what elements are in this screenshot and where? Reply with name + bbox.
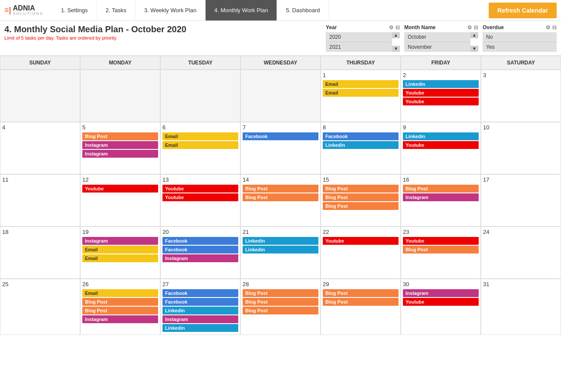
task-pill[interactable]: Facebook bbox=[243, 132, 318, 140]
month-filter-icon[interactable]: ⊟ bbox=[474, 24, 478, 30]
month-filter-item[interactable]: November bbox=[404, 42, 470, 52]
task-pill[interactable]: Blog Post bbox=[403, 246, 479, 253]
task-pill[interactable]: Blog Post bbox=[403, 185, 479, 193]
month-sort-icon[interactable]: ⚙ bbox=[467, 24, 472, 30]
nav-tab[interactable]: 3. Weekly Work Plan bbox=[135, 0, 206, 20]
calendar-cell: 27FacebookFacebookLinkedinInstagramLinke… bbox=[160, 279, 240, 335]
calendar-cell: 30InstagramYoutube bbox=[401, 279, 481, 335]
task-pill[interactable]: Linkedin bbox=[243, 246, 318, 253]
task-pill[interactable]: Linkedin bbox=[403, 80, 479, 88]
task-pill[interactable]: Youtube bbox=[403, 141, 479, 149]
task-pill[interactable]: Youtube bbox=[162, 193, 238, 201]
task-pill[interactable]: Instagram bbox=[82, 237, 158, 245]
overdue-filter-icon[interactable]: ⊟ bbox=[552, 24, 557, 30]
calendar-date: 20 bbox=[162, 229, 238, 235]
calendar-cell: 14Blog PostBlog Post bbox=[240, 174, 321, 226]
calendar-header-cell: SATURDAY bbox=[481, 56, 561, 70]
year-scroll-up[interactable]: ▲ bbox=[392, 32, 400, 38]
overdue-sort-icon[interactable]: ⚙ bbox=[546, 24, 551, 30]
month-filter-item[interactable]: October bbox=[404, 32, 470, 42]
calendar-grid: 1EmailEmail2LinkedinYoutubeYoutube345Blo… bbox=[0, 70, 561, 335]
filter-bar: 4. Monthly Social Media Plan - October 2… bbox=[0, 21, 561, 56]
task-pill[interactable]: Blog Post bbox=[323, 289, 399, 297]
task-pill[interactable]: Blog Post bbox=[82, 307, 158, 314]
task-pill[interactable]: Facebook bbox=[162, 289, 238, 297]
nav-tab[interactable]: 1. Settings bbox=[52, 0, 97, 20]
task-pill[interactable]: Youtube bbox=[403, 298, 479, 306]
calendar-header-cell: SUNDAY bbox=[0, 56, 80, 70]
task-pill[interactable]: Blog Post bbox=[243, 289, 318, 297]
calendar-cell: 21LinkedinLinkedin bbox=[240, 226, 321, 279]
nav-tab[interactable]: 2. Tasks bbox=[97, 0, 135, 20]
task-pill[interactable]: Youtube bbox=[323, 237, 399, 245]
task-pill[interactable]: Youtube bbox=[403, 89, 479, 97]
task-pill[interactable]: Email bbox=[323, 80, 399, 88]
task-pill[interactable]: Instagram bbox=[162, 254, 238, 262]
calendar-cell: 23YoutubeBlog Post bbox=[401, 226, 481, 279]
task-pill[interactable]: Blog Post bbox=[243, 193, 318, 201]
task-pill[interactable]: Email bbox=[82, 289, 158, 297]
task-pill[interactable]: Facebook bbox=[162, 246, 238, 253]
refresh-calendar-button[interactable]: Refresh Calendar bbox=[489, 3, 557, 18]
task-pill[interactable]: Instagram bbox=[82, 150, 158, 158]
task-pill[interactable]: Email bbox=[162, 141, 238, 149]
overdue-filter-item[interactable]: Yes bbox=[483, 42, 557, 52]
calendar-cell: 19InstagramEmailEmail bbox=[80, 226, 160, 279]
calendar-date: 17 bbox=[483, 176, 559, 183]
logo-sub: SOLUTIONS bbox=[13, 12, 44, 16]
calendar-cell: 24 bbox=[481, 226, 561, 279]
task-pill[interactable]: Facebook bbox=[162, 298, 238, 306]
year-scroll-down[interactable]: ▼ bbox=[392, 46, 400, 52]
month-scroll-up[interactable]: ▲ bbox=[470, 32, 478, 38]
calendar-cell: 3 bbox=[481, 70, 561, 122]
calendar-cell: 10 bbox=[481, 122, 561, 174]
calendar-cell: 18 bbox=[0, 226, 80, 279]
task-pill[interactable]: Facebook bbox=[323, 132, 399, 140]
task-pill[interactable]: Blog Post bbox=[323, 202, 399, 210]
task-pill[interactable]: Instagram bbox=[403, 193, 479, 201]
task-pill[interactable]: Email bbox=[82, 254, 158, 262]
task-pill[interactable]: Instagram bbox=[82, 141, 158, 149]
year-filter-item[interactable]: 2020 bbox=[326, 32, 392, 42]
task-pill[interactable]: Linkedin bbox=[403, 132, 479, 140]
task-pill[interactable]: Blog Post bbox=[323, 193, 399, 201]
calendar-header-cell: WEDNESDAY bbox=[240, 56, 321, 70]
year-filter-item[interactable]: 2021 bbox=[326, 42, 392, 52]
task-pill[interactable]: Linkedin bbox=[323, 141, 399, 149]
task-pill[interactable]: Blog Post bbox=[243, 185, 318, 193]
task-pill[interactable]: Blog Post bbox=[82, 298, 158, 306]
logo-icon: ≡| bbox=[4, 6, 11, 15]
task-pill[interactable]: Linkedin bbox=[162, 324, 238, 332]
task-pill[interactable]: Blog Post bbox=[243, 307, 318, 314]
task-pill[interactable]: Youtube bbox=[162, 185, 238, 193]
calendar-cell: 15Blog PostBlog PostBlog Post bbox=[321, 174, 401, 226]
task-pill[interactable]: Instagram bbox=[162, 315, 238, 323]
task-pill[interactable]: Youtube bbox=[403, 237, 479, 245]
calendar-cell bbox=[160, 70, 240, 122]
task-pill[interactable]: Instagram bbox=[403, 289, 479, 297]
task-pill[interactable]: Linkedin bbox=[243, 237, 318, 245]
task-pill[interactable]: Email bbox=[82, 246, 158, 253]
task-pill[interactable]: Blog Post bbox=[82, 132, 158, 140]
task-pill[interactable]: Blog Post bbox=[323, 298, 399, 306]
task-pill[interactable]: Email bbox=[162, 132, 238, 140]
calendar-cell: 16Blog PostInstagram bbox=[401, 174, 481, 226]
task-pill[interactable]: Youtube bbox=[82, 185, 158, 193]
task-pill[interactable]: Facebook bbox=[162, 237, 238, 245]
calendar-header: SUNDAYMONDAYTUESDAYWEDNESDAYTHURSDAYFRID… bbox=[0, 56, 561, 70]
task-pill[interactable]: Youtube bbox=[403, 98, 479, 105]
calendar-date: 28 bbox=[243, 281, 318, 287]
task-pill[interactable]: Instagram bbox=[82, 315, 158, 323]
nav-tab[interactable]: 5. Dashboard bbox=[277, 0, 329, 20]
task-pill[interactable]: Linkedin bbox=[162, 307, 238, 314]
calendar-cell: 2LinkedinYoutubeYoutube bbox=[401, 70, 481, 122]
year-filter-icon[interactable]: ⊟ bbox=[395, 24, 400, 30]
month-scroll-down[interactable]: ▼ bbox=[470, 46, 478, 52]
task-pill[interactable]: Email bbox=[323, 89, 399, 97]
year-sort-icon[interactable]: ⚙ bbox=[389, 24, 394, 30]
overdue-filter-item[interactable]: No bbox=[483, 32, 557, 42]
task-pill[interactable]: Blog Post bbox=[243, 298, 318, 306]
task-pill[interactable]: Blog Post bbox=[323, 185, 399, 193]
nav-tab[interactable]: 4. Monthly Work Plan bbox=[206, 0, 277, 20]
calendar-cell: 20FacebookFacebookInstagram bbox=[160, 226, 240, 279]
